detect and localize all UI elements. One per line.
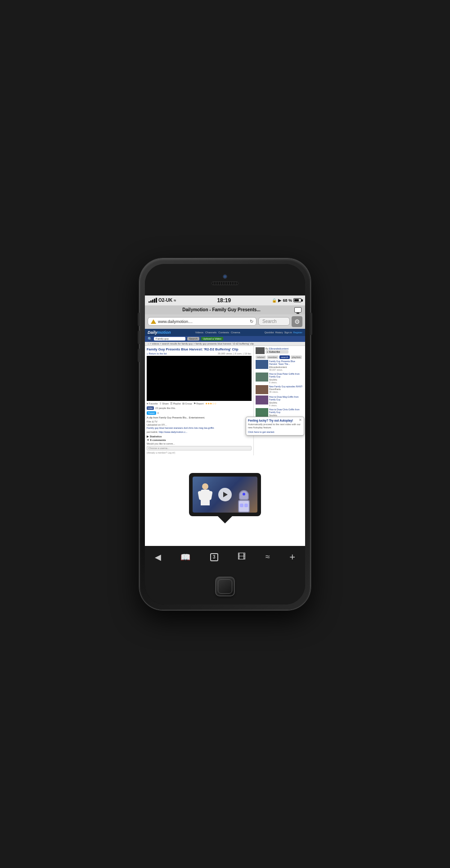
nav-contests[interactable]: Contests [218, 331, 229, 334]
site-search-row: 🔍 Family guy Search Upload a Video [145, 336, 305, 342]
tabs-button[interactable]: 3 [210, 553, 218, 561]
tab-related[interactable]: related [256, 355, 266, 359]
playlist-btn[interactable]: ☰ Playlist [170, 402, 181, 405]
carrier-label: O2-UK [158, 298, 172, 303]
vol-up[interactable] [138, 331, 140, 344]
subscribe-btn[interactable]: + Subscribe [266, 350, 288, 354]
history-link[interactable]: History [275, 331, 283, 334]
tab-playlists[interactable]: playlists [291, 355, 302, 359]
browser-title: Dailymotion - Family Guy Presents... [148, 307, 294, 312]
group-btn[interactable]: ⊞ Group [182, 402, 192, 405]
autoplay-cta[interactable]: Click here to get started. [248, 431, 302, 433]
like-button[interactable]: Like [147, 406, 154, 410]
autoplay-close-btn[interactable]: ✕ [299, 418, 302, 422]
social-row: Like 22 people like this. [147, 406, 252, 410]
permalink-row: permalink: http://www.dailymotion.c... [147, 431, 252, 433]
monitor-icon[interactable] [294, 307, 302, 313]
video-player[interactable] [147, 356, 252, 401]
breadcrumb: ⌂ > videos > search results for family g… [145, 342, 305, 346]
channel-name[interactable]: Elbrandedcontent [269, 347, 288, 350]
quicklist-link[interactable]: Quicklist [265, 331, 274, 334]
url-bar[interactable]: www.dailymotion.... ↻ [148, 317, 256, 326]
logo-daily: Daily [148, 330, 158, 335]
phone-screen: O2-UK ≈ 18:19 🔒 ▶ 68 % Dailymotion - Fam… [145, 295, 305, 568]
site-nav: Videos Channels Contests Cinema [195, 331, 240, 334]
autoplay-description: Automatically proceed to the next video … [248, 423, 302, 430]
play-triangle-icon [223, 492, 228, 497]
waves-button[interactable]: ≈ [266, 552, 270, 562]
comment-cta: Would you like to comm... [147, 442, 252, 445]
status-left: O2-UK ≈ [148, 298, 176, 303]
tab-search[interactable]: search [279, 355, 290, 359]
bottom-nav: ◀ 📖 3 🎞 ≈ + [145, 546, 305, 568]
permalink-url[interactable]: http://www.dailymotion.c... [159, 431, 188, 433]
video-category[interactable]: Film & TV [147, 420, 252, 423]
film-icon: 🎞 [238, 552, 246, 562]
sidebar-video-title[interactable]: How to Draw Meg Griffin from Family Guy [269, 395, 303, 401]
floating-video-inner [189, 473, 261, 516]
floating-thumbnail[interactable] [193, 477, 257, 513]
site-header: Daily motion Videos Channels Contests Ci… [145, 329, 305, 336]
web-content: Daily motion Videos Channels Contests Ci… [145, 329, 305, 546]
signin-link[interactable]: Sign in [284, 331, 292, 334]
star-rating[interactable]: ★★★☆☆ [205, 402, 216, 405]
phone-bottom-bezel [145, 568, 305, 604]
wifi-icon: ≈ [174, 298, 176, 303]
report-btn[interactable]: ⚑ Report [194, 402, 204, 405]
sidebar-video-title[interactable]: How to Draw Peter Griffin from Family Gu… [269, 373, 303, 378]
tweet-button[interactable]: Tweet [147, 411, 156, 415]
plus-icon: + [289, 551, 295, 563]
sidebar-video-title[interactable]: Family Guy Presents Blue Harvest: 'Save … [269, 360, 303, 366]
vol-down[interactable] [138, 349, 140, 362]
back-button[interactable]: ◀ [155, 552, 161, 562]
play-button-circle[interactable] [218, 488, 232, 501]
home-button[interactable] [215, 577, 235, 596]
sidebar-video-views: 58,937 views. [269, 368, 303, 371]
video-gallery-button[interactable]: 🎞 [238, 552, 246, 562]
site-search-input[interactable]: Family guy [154, 337, 185, 341]
tweet-count: 0 [158, 412, 159, 414]
browser-title-bar: Dailymotion - Family Guy Presents... [145, 305, 305, 314]
site-search-button[interactable]: Search [187, 337, 199, 341]
nav-channels[interactable]: Channels [205, 331, 216, 334]
video-meta: 39,985 views. | 6 com. | 19 fav. [218, 352, 252, 355]
status-bar: O2-UK ≈ 18:19 🔒 ▶ 68 % [145, 295, 305, 305]
register-link[interactable]: Register [293, 331, 302, 334]
battery-percent: 68 % [283, 298, 292, 303]
nav-cinema[interactable]: Cinema [231, 331, 240, 334]
waves-icon: ≈ [266, 552, 270, 562]
bookmarks-button[interactable]: 📖 [180, 552, 190, 562]
return-link[interactable]: « Return to the list [147, 352, 167, 355]
choose-username[interactable]: Choose a userna... [147, 446, 252, 450]
channel-info: By Elbrandedcontent + Subscribe [256, 347, 303, 354]
refresh-icon[interactable]: ↻ [250, 319, 253, 324]
phone-body: O2-UK ≈ 18:19 🔒 ▶ 68 % Dailymotion - Fam… [140, 259, 310, 610]
video-tags: Family guy blue harvest starwars dvd chr… [147, 427, 252, 429]
video-actions: ♥ Favorite ⇧ Share ☰ Playlist ⊞ Group ⚑ … [147, 402, 252, 405]
floating-video-arrow [218, 516, 232, 523]
upload-button[interactable]: Upload a Video [201, 337, 223, 341]
lock-icon: 🔒 [272, 298, 277, 303]
bookmark-icon [151, 319, 156, 324]
list-item: New Family Guy episodes RANT! DisonRants… [256, 385, 303, 394]
favorite-btn[interactable]: ♥ Favorite [147, 402, 158, 405]
camera [223, 274, 227, 279]
share-btn[interactable]: ⇧ Share [159, 402, 169, 405]
tweet-row: Tweet 0 [147, 411, 252, 415]
site-actions: Quicklist History Sign in Register [265, 331, 302, 334]
home-button-inner [218, 579, 232, 594]
upload-info: Uploaded on 07/... [147, 423, 252, 426]
add-button[interactable]: + [289, 551, 295, 563]
permalink-label: permalink: [147, 431, 158, 433]
comments-section[interactable]: ▼ 6 comments [147, 439, 252, 441]
statistics-section[interactable]: ▶ Statistics [147, 435, 252, 438]
like-count: 22 people like this. [155, 407, 176, 409]
list-item: How to Draw Peter Griffin from Family Gu… [256, 373, 303, 384]
back-icon: ◀ [155, 552, 161, 562]
list-item: How to Draw Meg Griffin from Family Guy … [256, 395, 303, 407]
sidebar-video-title[interactable]: How to Draw Chris Griffin from Family Gu… [269, 408, 303, 414]
search-bar[interactable]: Search [258, 317, 290, 326]
nav-videos[interactable]: Videos [195, 331, 203, 334]
settings-button[interactable]: ⚙ [292, 316, 302, 327]
tab-member[interactable]: member [267, 355, 279, 359]
